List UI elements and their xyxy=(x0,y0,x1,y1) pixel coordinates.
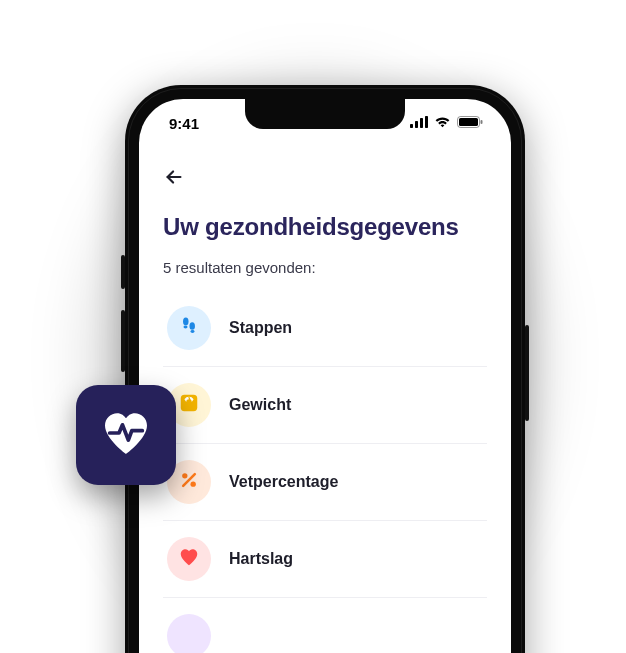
phone-notch xyxy=(245,99,405,129)
page-title: Uw gezondheidsgegevens xyxy=(163,213,487,241)
svg-rect-5 xyxy=(459,118,478,126)
list-item-label: Gewicht xyxy=(229,396,291,414)
list-item-hartslag[interactable]: Hartslag xyxy=(163,521,487,598)
list-item-vetpercentage[interactable]: Vetpercentage xyxy=(163,444,487,521)
svg-point-10 xyxy=(190,330,194,333)
list-item[interactable] xyxy=(163,598,487,653)
phone-side-button xyxy=(121,255,125,289)
list-item-icon-wrap xyxy=(167,537,211,581)
health-app-icon-tile xyxy=(76,385,176,485)
cellular-icon xyxy=(410,114,428,132)
list-item-label: Hartslag xyxy=(229,550,293,568)
svg-point-8 xyxy=(184,325,188,328)
phone-frame: 9:41 xyxy=(125,85,525,653)
svg-point-7 xyxy=(183,318,189,326)
svg-point-14 xyxy=(191,482,196,487)
svg-point-9 xyxy=(189,322,195,330)
health-data-list: Stappen Gewicht xyxy=(163,290,487,653)
percent-icon xyxy=(179,470,199,494)
list-item-gewicht[interactable]: Gewicht xyxy=(163,367,487,444)
page-content: Uw gezondheidsgegevens 5 resultaten gevo… xyxy=(139,147,511,653)
list-item-label: Stappen xyxy=(229,319,292,337)
footsteps-icon xyxy=(178,315,200,341)
heart-pulse-icon xyxy=(98,405,154,465)
heart-icon xyxy=(178,546,200,572)
phone-screen: 9:41 xyxy=(139,99,511,653)
status-time: 9:41 xyxy=(169,115,199,132)
list-item-icon-wrap xyxy=(167,614,211,653)
list-item-stappen[interactable]: Stappen xyxy=(163,290,487,367)
status-indicators xyxy=(410,114,483,132)
svg-rect-0 xyxy=(410,124,413,128)
phone-power-button xyxy=(525,325,529,421)
svg-point-13 xyxy=(182,473,187,478)
list-item-icon-wrap xyxy=(167,306,211,350)
svg-rect-2 xyxy=(420,118,423,128)
svg-rect-3 xyxy=(425,116,428,128)
arrow-left-icon xyxy=(163,166,185,192)
back-button[interactable] xyxy=(163,161,199,197)
wifi-icon xyxy=(434,114,451,132)
phone-volume-up-button xyxy=(121,310,125,372)
scale-icon xyxy=(178,392,200,418)
list-item-label: Vetpercentage xyxy=(229,473,338,491)
results-count: 5 resultaten gevonden: xyxy=(163,259,487,276)
svg-rect-1 xyxy=(415,121,418,128)
battery-icon xyxy=(457,114,483,132)
svg-rect-6 xyxy=(481,120,483,124)
